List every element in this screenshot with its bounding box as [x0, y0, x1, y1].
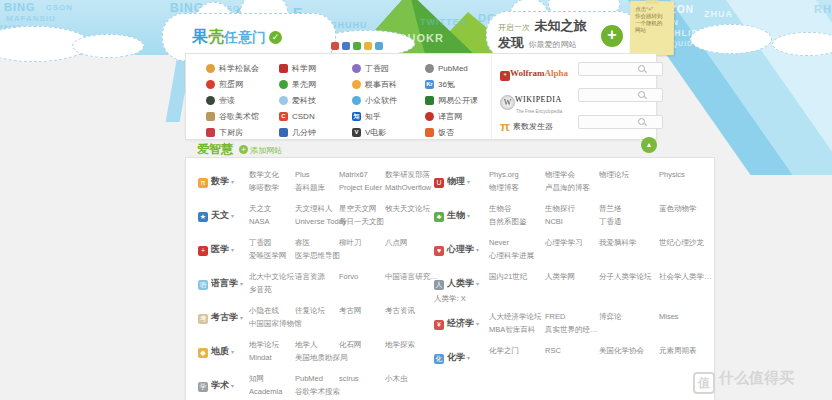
site-link[interactable]: 睿医	[295, 238, 339, 248]
site-link[interactable]: NASA	[249, 217, 295, 226]
quicklink-item[interactable]: 下厨房	[206, 124, 279, 140]
site-link[interactable]: Phys.org	[489, 170, 545, 179]
site-link[interactable]: 小木虫	[385, 374, 408, 384]
site-link[interactable]: Academia	[249, 387, 295, 396]
site-link[interactable]: 考古网	[339, 306, 385, 316]
site-link[interactable]: 往复论坛	[295, 306, 339, 316]
quicklink-item[interactable]: C CSDN	[279, 108, 352, 124]
quicklink-item[interactable]: PubMed	[425, 60, 498, 76]
site-link[interactable]: 普兰塔	[599, 204, 659, 214]
site-link[interactable]: 中国语言研究…	[385, 272, 438, 282]
site-link[interactable]: 考古资讯	[385, 306, 415, 316]
quicklink-item[interactable]: 丁香园	[352, 60, 425, 76]
quicklink-item[interactable]: 译言网	[425, 108, 498, 124]
site-link[interactable]: 小隐在线	[249, 306, 295, 316]
weibo-icon[interactable]	[331, 42, 339, 50]
site-link[interactable]: 国内21世纪	[489, 272, 545, 282]
category-header[interactable]: +医学▾	[198, 238, 249, 264]
site-link[interactable]: 心理科学进展	[489, 251, 545, 261]
site-logo[interactable]: 果壳任意门✓	[192, 27, 282, 48]
quicklink-item[interactable]: V V电影	[352, 124, 425, 140]
category-header[interactable]: ★天文▾	[198, 204, 249, 230]
wolfram-search-input[interactable]	[578, 62, 663, 76]
site-link[interactable]: 社会学人类学…	[659, 272, 712, 282]
site-link[interactable]: 哆嗒数学	[249, 183, 295, 193]
site-link[interactable]: 天之文	[249, 204, 295, 214]
site-link[interactable]: 元素周期表	[659, 346, 697, 356]
site-link[interactable]: MathOverflow	[385, 183, 431, 192]
site-link[interactable]: 数学文化	[249, 170, 295, 180]
site-link[interactable]: 化石网	[339, 340, 385, 350]
category-header[interactable]: ¥经济学▾	[434, 312, 489, 338]
site-link[interactable]: 地学人	[295, 340, 339, 350]
quicklink-item[interactable]: 网易公开课	[425, 92, 498, 108]
site-link[interactable]: 丁香通	[599, 217, 659, 227]
renren-icon[interactable]	[342, 42, 350, 50]
site-link[interactable]: 化学之门	[489, 346, 545, 356]
site-link[interactable]: Mises	[659, 312, 679, 321]
random-site-plus-button[interactable]: +	[599, 23, 625, 49]
site-link[interactable]: 八点网	[385, 238, 408, 248]
quicklink-item[interactable]: 谷歌美术馆	[206, 108, 279, 124]
category-header[interactable]: ♥心理学▾	[434, 238, 489, 264]
collapse-up-button[interactable]: ▲	[641, 137, 657, 153]
site-link[interactable]: 丁香园	[249, 238, 295, 248]
site-link[interactable]: PubMed	[295, 374, 339, 383]
site-link[interactable]: 真实世界的经…	[545, 325, 599, 335]
category-header[interactable]: 考考古学▾	[198, 306, 249, 332]
quicklink-item[interactable]: 爱科技	[279, 92, 352, 108]
prime-search-input[interactable]	[578, 115, 663, 129]
category-header[interactable]: 语语言学▾	[198, 272, 249, 298]
site-link[interactable]: 蓝色动物学	[659, 204, 697, 214]
category-header[interactable]: 人人类学▾ 人类学: X	[434, 272, 489, 304]
site-link[interactable]: 世纪心理沙龙	[659, 238, 704, 248]
site-link[interactable]: 语言资源	[295, 272, 339, 282]
site-link[interactable]: RSC	[545, 346, 599, 355]
site-link[interactable]: Physics	[659, 170, 685, 179]
site-link[interactable]: 人大经济学论坛	[489, 312, 545, 322]
site-link[interactable]: Project Euler	[339, 183, 385, 192]
quicklink-item[interactable]: 果壳网	[279, 76, 352, 92]
qzone-icon[interactable]	[353, 42, 361, 50]
quicklink-item[interactable]: 小众软件	[352, 92, 425, 108]
site-link[interactable]: scirus	[339, 374, 385, 383]
site-link[interactable]: Mindat	[249, 353, 295, 362]
site-link[interactable]: 博弈论	[599, 312, 659, 322]
site-link[interactable]: MBA智库百科	[489, 325, 545, 335]
site-link[interactable]: 人类学网	[545, 272, 599, 282]
site-link[interactable]: 美国地质勘探局	[295, 353, 339, 363]
site-link[interactable]: 地学探索	[385, 340, 415, 350]
quicklink-item[interactable]: 几分钟	[279, 124, 352, 140]
site-link[interactable]: 分子人类学论坛	[599, 272, 659, 282]
add-website-link[interactable]: 添加网站	[250, 146, 282, 155]
quicklink-item[interactable]: 知 知乎	[352, 108, 425, 124]
quicklink-item[interactable]: 科学网	[279, 60, 352, 76]
site-link[interactable]: 物理学会	[545, 170, 599, 180]
category-header[interactable]: ♣生物▾	[434, 204, 489, 230]
site-link[interactable]: 生物谷	[489, 204, 545, 214]
search-icon[interactable]	[638, 118, 645, 125]
quicklink-item[interactable]: 科学松鼠会	[206, 60, 279, 76]
site-link[interactable]: 北大中文论坛	[249, 272, 295, 282]
site-link[interactable]: 星空天文网	[339, 204, 385, 214]
search-icon[interactable]	[638, 65, 645, 72]
site-link[interactable]: 善科题库	[295, 183, 339, 193]
site-link[interactable]: 卢昌海的博客	[545, 183, 599, 193]
site-link[interactable]: 数学研发部落	[385, 170, 430, 180]
site-link[interactable]: Matrix67	[339, 170, 385, 179]
site-link[interactable]: NCBI	[545, 217, 599, 226]
site-link[interactable]: 牧夫天文论坛	[385, 204, 430, 214]
site-link[interactable]: 美国化学协会	[599, 346, 659, 356]
site-link[interactable]: 爱唯医学网	[249, 251, 295, 261]
quicklink-item[interactable]: 壹读	[206, 92, 279, 108]
category-header[interactable]: 化化学▾	[434, 346, 489, 372]
site-link[interactable]: 地学论坛	[249, 340, 295, 350]
quicklink-item[interactable]: 糗事百科	[352, 76, 425, 92]
site-link[interactable]: 知网	[249, 374, 295, 384]
quicklink-item[interactable]: 煎蛋网	[206, 76, 279, 92]
site-link[interactable]: 柳叶刀	[339, 238, 385, 248]
category-header[interactable]: U物理▾	[434, 170, 489, 196]
site-link[interactable]: Universe Today	[295, 217, 339, 226]
site-link[interactable]: 每日一天文图	[339, 217, 385, 227]
site-link[interactable]: Never	[489, 238, 545, 247]
